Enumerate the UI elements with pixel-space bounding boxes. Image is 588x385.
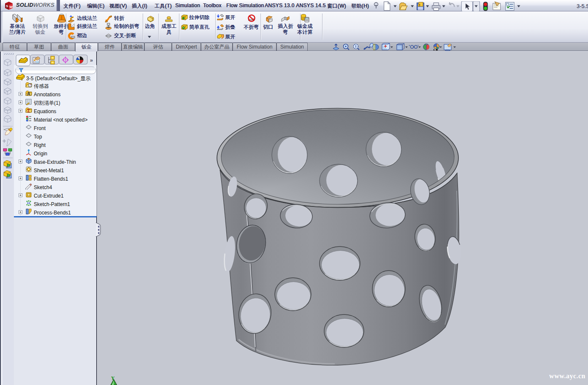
svg-text:A: A (27, 91, 30, 96)
svg-text:S: S (6, 4, 8, 8)
svg-text:W: W (10, 5, 13, 9)
svg-text:!: ! (419, 3, 420, 7)
svg-text:Σ: Σ (27, 108, 30, 113)
